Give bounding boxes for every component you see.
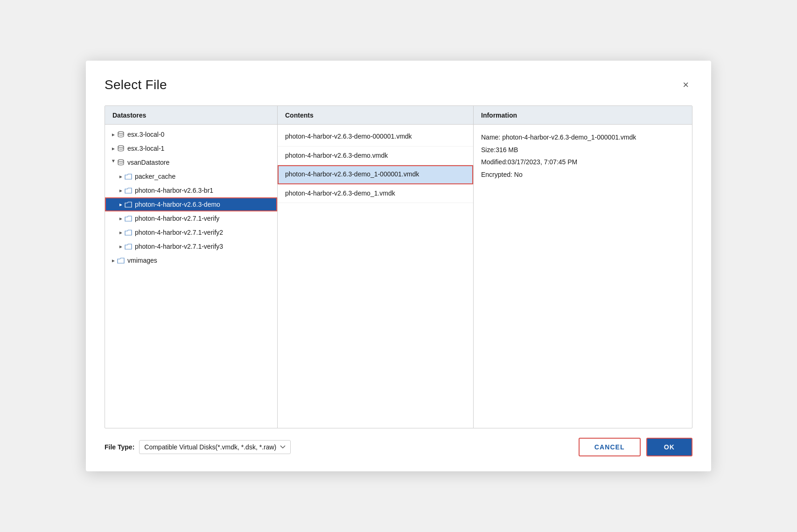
datastores-body: ► esx.3-local-0 ► esx.3-local-1 ► — [105, 125, 277, 428]
information-panel: Information Name: photon-4-harbor-v2.6.3… — [474, 106, 692, 428]
tree-item-photon-verify2[interactable]: ► photon-4-harbor-v2.7.1-verify2 — [105, 225, 277, 239]
select-file-dialog: Select File × Datastores ► esx.3-local-0… — [86, 61, 711, 471]
db-icon — [117, 131, 125, 138]
chevron-icon: ► — [110, 146, 117, 151]
file-type-label: File Type: — [105, 443, 134, 451]
content-item-file4[interactable]: photon-4-harbor-v2.6.3-demo_1.vmdk — [278, 184, 473, 203]
tree-item-label: packer_cache — [135, 173, 175, 180]
info-size-label: Size: — [481, 146, 496, 154]
cancel-button[interactable]: CANCEL — [579, 438, 641, 456]
contents-body: photon-4-harbor-v2.6.3-demo-000001.vmdk … — [278, 125, 473, 428]
datastores-header: Datastores — [105, 106, 277, 125]
file-browser: Datastores ► esx.3-local-0 ► esx.3-l — [105, 105, 692, 428]
folder-icon — [125, 230, 132, 236]
dialog-footer: File Type: Compatible Virtual Disks(*.vm… — [105, 438, 692, 456]
tree-item-label: photon-4-harbor-v2.6.3-demo — [135, 201, 220, 208]
info-encrypted-value: No — [514, 171, 523, 178]
info-size: Size:316 MB — [481, 144, 685, 156]
svg-point-1 — [118, 146, 124, 147]
content-item-file1[interactable]: photon-4-harbor-v2.6.3-demo-000001.vmdk — [278, 127, 473, 147]
close-button[interactable]: × — [679, 78, 692, 92]
datastores-panel: Datastores ► esx.3-local-0 ► esx.3-l — [105, 106, 278, 428]
tree-item-photon-verify3[interactable]: ► photon-4-harbor-v2.7.1-verify3 — [105, 239, 277, 253]
file-type-row: File Type: Compatible Virtual Disks(*.vm… — [105, 440, 291, 454]
info-modified-label: Modified: — [481, 158, 508, 166]
chevron-icon: ► — [110, 258, 117, 263]
action-buttons: CANCEL OK — [579, 438, 692, 456]
tree-item-label: photon-4-harbor-v2.7.1-verify — [135, 215, 219, 222]
svg-point-2 — [118, 160, 124, 161]
content-item-file2[interactable]: photon-4-harbor-v2.6.3-demo.vmdk — [278, 147, 473, 166]
chevron-icon: ► — [117, 188, 125, 193]
tree-item-label: photon-4-harbor-v2.7.1-verify3 — [135, 243, 223, 250]
folder-icon — [125, 188, 132, 194]
tree-item-label: esx.3-local-0 — [127, 131, 164, 138]
chevron-icon: ► — [117, 244, 125, 249]
info-modified: Modified:03/17/2023, 7:07:45 PM — [481, 156, 685, 168]
tree-item-label: esx.3-local-1 — [127, 145, 164, 152]
information-body: Name: photon-4-harbor-v2.6.3-demo_1-0000… — [474, 125, 692, 187]
contents-panel: Contents photon-4-harbor-v2.6.3-demo-000… — [278, 106, 474, 428]
information-header: Information — [474, 106, 692, 125]
chevron-icon: ► — [117, 202, 125, 207]
dialog-header: Select File × — [105, 77, 692, 92]
tree-item-esx3local0[interactable]: ► esx.3-local-0 — [105, 127, 277, 141]
tree-item-label: vsanDatastore — [127, 159, 169, 166]
info-name-label: Name: — [481, 133, 502, 141]
chevron-icon: ► — [117, 216, 125, 221]
chevron-icon: ► — [117, 174, 125, 179]
dialog-title: Select File — [105, 77, 167, 92]
tree-item-photon-demo[interactable]: ► photon-4-harbor-v2.6.3-demo — [105, 197, 277, 211]
contents-header: Contents — [278, 106, 473, 125]
tree-item-esx3local1[interactable]: ► esx.3-local-1 — [105, 141, 277, 155]
chevron-down-icon: ► — [111, 159, 116, 166]
db-icon — [117, 159, 125, 166]
chevron-icon: ► — [110, 132, 117, 137]
ok-button[interactable]: OK — [646, 438, 692, 456]
db-icon — [117, 145, 125, 152]
info-modified-value: 03/17/2023, 7:07:45 PM — [508, 158, 577, 166]
chevron-icon: ► — [117, 230, 125, 235]
folder-icon — [117, 258, 125, 264]
folder-icon — [125, 202, 132, 208]
tree-item-photon-verify[interactable]: ► photon-4-harbor-v2.7.1-verify — [105, 211, 277, 225]
tree-item-packer-cache[interactable]: ► packer_cache — [105, 169, 277, 183]
folder-icon — [125, 216, 132, 222]
info-encrypted-label: Encrypted: — [481, 171, 514, 178]
tree-item-label: vmimages — [127, 257, 157, 264]
tree-item-photon-br1[interactable]: ► photon-4-harbor-v2.6.3-br1 — [105, 183, 277, 197]
info-size-value: 316 MB — [496, 146, 518, 154]
content-item-file3[interactable]: photon-4-harbor-v2.6.3-demo_1-000001.vmd… — [278, 165, 473, 184]
info-name-value: photon-4-harbor-v2.6.3-demo_1-000001.vmd… — [502, 133, 636, 141]
info-name: Name: photon-4-harbor-v2.6.3-demo_1-0000… — [481, 131, 685, 144]
file-type-select[interactable]: Compatible Virtual Disks(*.vmdk, *.dsk, … — [139, 440, 291, 454]
tree-item-label: photon-4-harbor-v2.7.1-verify2 — [135, 229, 223, 236]
folder-icon — [125, 244, 132, 250]
tree-item-vmimages[interactable]: ► vmimages — [105, 253, 277, 267]
info-encrypted: Encrypted: No — [481, 168, 685, 181]
tree-item-label: photon-4-harbor-v2.6.3-br1 — [135, 187, 213, 194]
tree-item-vsandatastore[interactable]: ► vsanDatastore — [105, 155, 277, 169]
folder-icon — [125, 174, 132, 180]
svg-point-0 — [118, 132, 124, 133]
